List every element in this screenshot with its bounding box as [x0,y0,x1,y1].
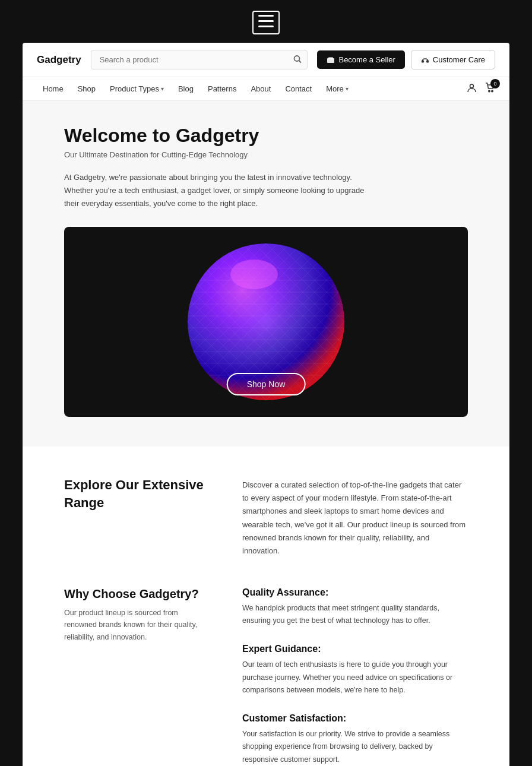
nav-home[interactable]: Home [37,77,69,100]
feature-quality: Quality Assurance: We handpick products … [242,587,468,628]
nav-contact[interactable]: Contact [279,77,318,100]
svg-rect-1 [258,20,274,22]
feature-satisfaction-title: Customer Satisfaction: [242,713,468,724]
account-button[interactable] [467,83,477,95]
customer-care-label: Customer Care [433,55,485,64]
svg-rect-0 [258,15,274,17]
svg-point-10 [489,90,490,91]
site-nav: Home Shop Product Types ▾ Blog Patterns … [23,77,509,101]
svg-point-3 [294,56,300,61]
hero-text: Welcome to Gadgetry Our Ultimate Destina… [64,125,468,210]
nav-links: Home Shop Product Types ▾ Blog Patterns … [37,77,467,100]
cart-badge: 0 [490,79,500,88]
feature-guidance-title: Expert Guidance: [242,644,468,654]
svg-rect-6 [328,57,333,59]
why-section: Why Choose Gadgetry? Our product lineup … [23,587,509,766]
svg-point-9 [470,84,474,88]
feature-quality-text: We handpick products that meet stringent… [242,602,468,628]
feature-guidance: Expert Guidance: Our team of tech enthus… [242,644,468,697]
svg-point-11 [492,90,493,91]
hero-title: Welcome to Gadgetry [64,125,468,147]
svg-line-4 [299,61,302,63]
feature-satisfaction: Customer Satisfaction: Your satisfaction… [242,713,468,766]
nav-about[interactable]: About [245,77,277,100]
why-right: Quality Assurance: We handpick products … [242,587,468,766]
feature-satisfaction-text: Your satisfaction is our priority. We st… [242,728,468,766]
search-wrapper [91,50,308,69]
hero-description: At Gadgetry, we're passionate about brin… [64,171,373,210]
why-heading: Why Choose Gadgetry? [64,587,207,601]
menu-icon [252,11,280,34]
search-input[interactable] [91,50,308,69]
main-container: Gadgetry Become a Seller [23,43,509,766]
site-header: Gadgetry Become a Seller [23,43,509,77]
content-area: Welcome to Gadgetry Our Ultimate Destina… [23,101,509,447]
feature-guidance-text: Our team of tech enthusiasts is here to … [242,659,468,697]
chevron-down-icon-more: ▾ [346,86,349,92]
nav-more[interactable]: More ▾ [320,77,354,100]
explore-description: Discover a curated selection of top-of-t… [242,479,468,558]
become-seller-button[interactable]: Become a Seller [317,50,404,69]
why-left: Why Choose Gadgetry? Our product lineup … [64,587,207,766]
nav-patterns[interactable]: Patterns [202,77,242,100]
explore-heading: Explore Our Extensive Range [64,476,207,511]
cart-button[interactable]: 0 [485,83,495,95]
nav-product-types[interactable]: Product Types ▾ [104,77,170,100]
nav-icons: 0 [467,83,495,95]
svg-point-64 [230,259,278,289]
chevron-down-icon: ▾ [161,86,164,92]
search-button[interactable] [293,55,302,65]
hero-image: Shop Now [64,227,468,417]
hero-subtitle: Our Ultimate Destination for Cutting-Edg… [64,150,468,159]
feature-quality-title: Quality Assurance: [242,587,468,598]
shop-now-button[interactable]: Shop Now [227,373,306,395]
nav-shop[interactable]: Shop [72,77,102,100]
become-seller-label: Become a Seller [338,55,395,64]
customer-care-button[interactable]: Customer Care [411,50,495,69]
explore-section: Explore Our Extensive Range Discover a c… [23,447,509,587]
svg-point-7 [422,61,423,62]
explore-left: Explore Our Extensive Range [64,476,207,511]
header-actions: Become a Seller Customer Care [317,50,495,69]
why-intro: Our product lineup is sourced from renow… [64,607,207,644]
nav-blog[interactable]: Blog [172,77,200,100]
svg-rect-2 [258,26,274,27]
explore-right: Discover a curated selection of top-of-t… [242,476,468,558]
svg-point-8 [426,61,428,62]
site-logo: Gadgetry [37,54,81,66]
top-bar [0,0,532,43]
